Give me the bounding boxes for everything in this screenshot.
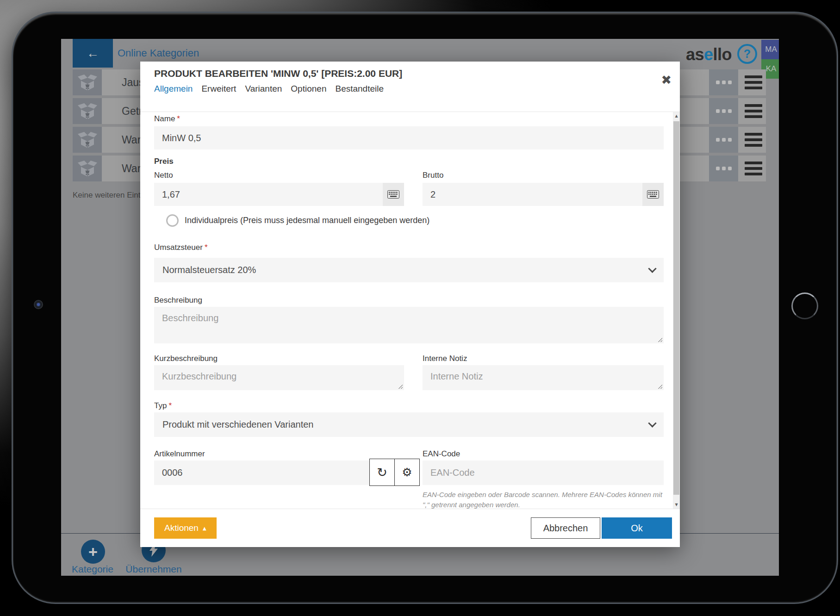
short-description-textarea[interactable]: [154, 365, 404, 390]
netto-field-group: [154, 183, 404, 206]
tab-allgemein[interactable]: Allgemein: [154, 84, 193, 94]
chevron-down-icon: [648, 419, 656, 427]
individual-price-option[interactable]: Individualpreis (Preis muss jedesmal man…: [166, 214, 429, 227]
dialog-title: PRODUKT BEARBEITEN 'MINW 0,5' [PREIS:2.0…: [154, 68, 402, 79]
gear-icon: ⚙: [402, 466, 412, 479]
tablet-frame: ← Online Kategorien asello ? MA KA Jause…: [13, 13, 837, 603]
brutto-input[interactable]: [423, 183, 642, 206]
vat-selected-value: Normalsteuersatz 20%: [162, 265, 256, 275]
app-screen: ← Online Kategorien asello ? MA KA Jause…: [61, 39, 779, 576]
caret-up-icon: ▲: [203, 526, 206, 531]
short-description-field: [154, 365, 404, 390]
vat-select[interactable]: Normalsteuersatz 20%: [154, 258, 664, 282]
short-description-label: Kurzbeschreibung: [154, 354, 218, 363]
ean-code-input[interactable]: [423, 460, 664, 485]
actions-button-label: Aktionen: [164, 523, 199, 533]
ok-button[interactable]: Ok: [602, 517, 672, 539]
tab-varianten[interactable]: Varianten: [245, 84, 282, 94]
scrollbar-track[interactable]: [673, 120, 680, 501]
actions-button[interactable]: Aktionen ▲: [154, 517, 217, 539]
brutto-label: Brutto: [423, 171, 443, 180]
name-label: Name*: [154, 114, 180, 124]
netto-input[interactable]: [154, 183, 383, 206]
type-select[interactable]: Produkt mit verschiedenen Varianten: [154, 412, 664, 437]
name-input[interactable]: [154, 126, 664, 149]
vat-label: Umsatzsteuer*: [154, 243, 208, 252]
regenerate-number-button[interactable]: ↻: [369, 459, 395, 486]
article-number-input[interactable]: [154, 460, 369, 485]
brutto-field-group: [423, 183, 664, 206]
tabs-divider: [140, 112, 680, 112]
scroll-down-icon[interactable]: ▼: [673, 501, 680, 509]
required-marker: *: [168, 401, 172, 410]
type-selected-value: Produkt mit verschiedenen Varianten: [162, 419, 313, 430]
description-field: [154, 307, 664, 343]
close-icon[interactable]: ✖: [661, 73, 672, 87]
dialog-footer-divider: [140, 509, 680, 509]
required-marker: *: [205, 243, 208, 252]
radio-icon[interactable]: [166, 214, 179, 227]
keyboard-icon[interactable]: [642, 183, 664, 206]
article-number-label: Artikelnummer: [154, 449, 205, 459]
description-label: Beschreibung: [154, 296, 202, 305]
tab-erweitert[interactable]: Erweitert: [201, 84, 236, 94]
scrollbar-thumb[interactable]: [673, 121, 679, 495]
ean-label: EAN-Code: [423, 449, 460, 459]
dialog-scrollbar[interactable]: ▲ ▼: [673, 112, 680, 509]
individual-price-label: Individualpreis (Preis muss jedesmal man…: [185, 216, 429, 225]
product-edit-dialog: PRODUKT BEARBEITEN 'MINW 0,5' [PREIS:2.0…: [140, 62, 680, 547]
required-marker: *: [177, 114, 180, 123]
internal-note-label: Interne Notiz: [423, 354, 467, 363]
keyboard-icon[interactable]: [383, 183, 404, 206]
tab-bestandteile[interactable]: Bestandteile: [335, 84, 384, 94]
cancel-button[interactable]: Abbrechen: [531, 517, 600, 539]
price-group-label: Preis: [154, 157, 174, 166]
number-settings-button[interactable]: ⚙: [394, 459, 420, 486]
refresh-icon: ↻: [377, 465, 387, 479]
scroll-up-icon[interactable]: ▲: [673, 112, 680, 120]
ean-hint: EAN-Code eingeben oder Barcode scannen. …: [423, 490, 664, 510]
tab-optionen[interactable]: Optionen: [291, 84, 326, 94]
internal-note-textarea[interactable]: [423, 365, 664, 390]
chevron-down-icon: [648, 264, 656, 273]
dialog-tabs: Allgemein Erweitert Varianten Optionen B…: [154, 84, 384, 94]
netto-label: Netto: [154, 171, 173, 180]
home-button[interactable]: [791, 292, 818, 319]
type-label: Typ*: [154, 401, 172, 411]
description-textarea[interactable]: [154, 307, 664, 343]
internal-note-field: [423, 365, 664, 390]
camera-icon: [34, 300, 43, 309]
stage: ← Online Kategorien asello ? MA KA Jause…: [0, 0, 840, 616]
